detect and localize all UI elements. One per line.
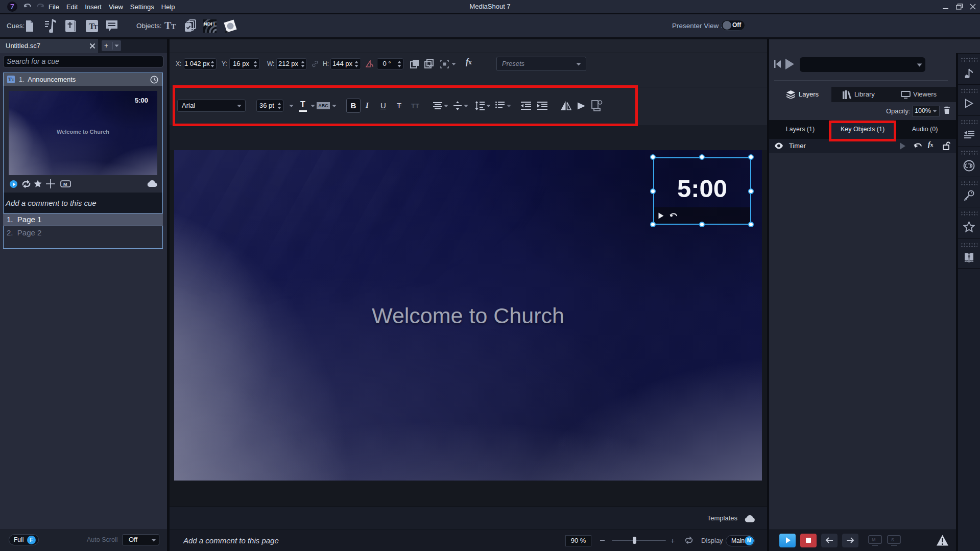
svg-text:M: M xyxy=(63,182,67,187)
svg-text:S: S xyxy=(891,537,894,542)
svg-text:!: ! xyxy=(213,21,215,27)
svg-text:T: T xyxy=(164,20,172,31)
svg-text:NDI: NDI xyxy=(204,21,212,27)
svg-text:M: M xyxy=(872,537,876,542)
svg-text:T: T xyxy=(171,23,176,31)
svg-text:T: T xyxy=(93,23,98,31)
